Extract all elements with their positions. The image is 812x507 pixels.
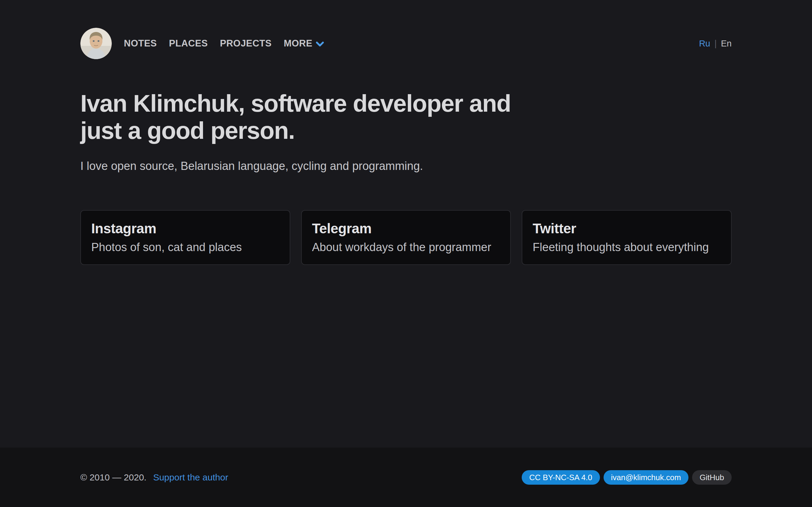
card-title: Instagram [91, 220, 280, 237]
site-footer: © 2010 — 2020. Support the author CC BY-… [0, 448, 812, 507]
nav-item-places[interactable]: PLACES [169, 38, 208, 49]
page-subtitle: I love open source, Belarusian language,… [80, 160, 732, 173]
copyright-text: © 2010 — 2020. [80, 472, 147, 483]
hero-section: Ivan Klimchuk, software developer and ju… [80, 90, 732, 173]
card-description: Photos of son, cat and places [91, 241, 280, 254]
nav-item-more[interactable]: MORE [284, 38, 324, 49]
card-instagram[interactable]: Instagram Photos of son, cat and places [80, 210, 290, 265]
lang-en-current[interactable]: En [721, 39, 732, 49]
main-nav: NOTES PLACES PROJECTS MORE [124, 38, 324, 49]
language-switcher: Ru | En [699, 39, 732, 49]
chevron-down-icon [316, 41, 324, 47]
nav-item-label: MORE [284, 38, 312, 49]
avatar[interactable] [80, 28, 112, 59]
main-content: NOTES PLACES PROJECTS MORE [0, 0, 812, 448]
footer-badges: CC BY-NC-SA 4.0 ivan@klimchuk.com GitHub [522, 470, 732, 485]
card-twitter[interactable]: Twitter Fleeting thoughts about everythi… [522, 210, 732, 265]
lang-ru-link[interactable]: Ru [699, 39, 710, 49]
card-title: Telegram [312, 220, 500, 237]
card-telegram[interactable]: Telegram About workdays of the programme… [301, 210, 511, 265]
page-title: Ivan Klimchuk, software developer and ju… [80, 90, 512, 145]
site-header: NOTES PLACES PROJECTS MORE [80, 0, 732, 59]
nav-item-label: PROJECTS [220, 38, 271, 49]
nav-item-label: NOTES [124, 38, 157, 49]
support-author-link[interactable]: Support the author [153, 472, 229, 483]
card-title: Twitter [532, 220, 721, 237]
license-badge[interactable]: CC BY-NC-SA 4.0 [522, 470, 600, 485]
nav-item-label: PLACES [169, 38, 208, 49]
github-badge[interactable]: GitHub [692, 470, 732, 485]
social-cards: Instagram Photos of son, cat and places … [80, 210, 732, 265]
nav-item-notes[interactable]: NOTES [124, 38, 157, 49]
avatar-photo [80, 28, 112, 59]
card-description: About workdays of the programmer [312, 241, 500, 254]
nav-item-projects[interactable]: PROJECTS [220, 38, 271, 49]
email-badge[interactable]: ivan@klimchuk.com [604, 470, 689, 485]
card-description: Fleeting thoughts about everything [532, 241, 721, 254]
lang-separator: | [714, 39, 717, 49]
